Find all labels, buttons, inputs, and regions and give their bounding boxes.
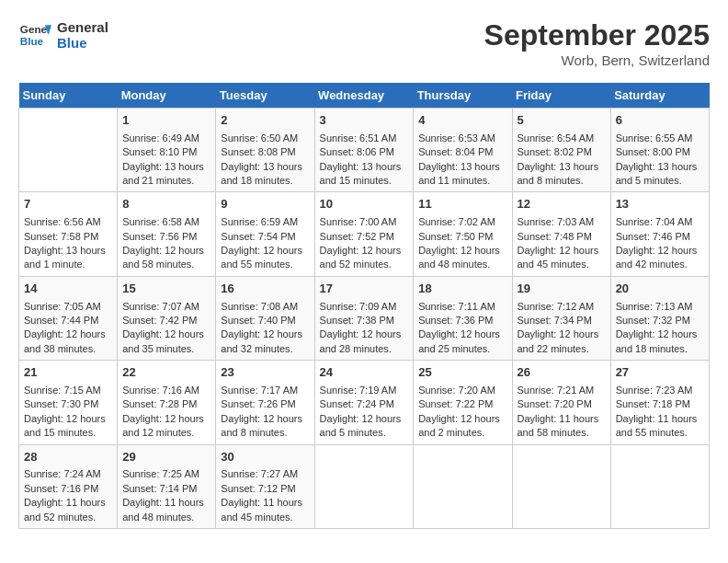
calendar-cell: 29Sunrise: 7:25 AMSunset: 7:14 PMDayligh… xyxy=(118,444,216,528)
calendar-cell: 11Sunrise: 7:02 AMSunset: 7:50 PMDayligh… xyxy=(414,192,512,276)
day-info: Sunrise: 7:25 AMSunset: 7:14 PMDaylight:… xyxy=(122,467,210,524)
calendar-cell xyxy=(314,444,414,528)
day-info: Sunrise: 6:59 AMSunset: 7:54 PMDaylight:… xyxy=(221,215,309,272)
location-subtitle: Worb, Bern, Switzerland xyxy=(484,52,710,68)
calendar-cell: 24Sunrise: 7:19 AMSunset: 7:24 PMDayligh… xyxy=(314,361,414,444)
day-number: 10 xyxy=(320,196,409,213)
day-info: Sunrise: 7:21 AMSunset: 7:20 PMDaylight:… xyxy=(518,384,606,441)
calendar-cell: 10Sunrise: 7:00 AMSunset: 7:52 PMDayligh… xyxy=(314,192,414,276)
page-header: General Blue General Blue September 2025… xyxy=(18,18,710,68)
day-number: 4 xyxy=(418,112,506,130)
calendar-cell: 6Sunrise: 6:55 AMSunset: 8:00 PMDaylight… xyxy=(610,109,709,192)
calendar-cell: 30Sunrise: 7:27 AMSunset: 7:12 PMDayligh… xyxy=(216,444,314,528)
calendar-cell: 19Sunrise: 7:12 AMSunset: 7:34 PMDayligh… xyxy=(512,276,610,360)
day-number: 20 xyxy=(616,281,704,298)
day-number: 28 xyxy=(24,449,112,466)
day-number: 9 xyxy=(221,196,309,213)
calendar-cell: 16Sunrise: 7:08 AMSunset: 7:40 PMDayligh… xyxy=(216,276,314,360)
day-number: 15 xyxy=(122,281,210,298)
calendar-cell: 23Sunrise: 7:17 AMSunset: 7:26 PMDayligh… xyxy=(216,361,314,444)
title-block: September 2025 Worb, Bern, Switzerland xyxy=(484,18,710,68)
day-number: 11 xyxy=(418,196,506,213)
calendar-cell: 3Sunrise: 6:51 AMSunset: 8:06 PMDaylight… xyxy=(314,109,414,192)
calendar-cell: 17Sunrise: 7:09 AMSunset: 7:38 PMDayligh… xyxy=(314,276,414,360)
day-info: Sunrise: 7:05 AMSunset: 7:44 PMDaylight:… xyxy=(24,300,112,357)
calendar-week-row: 1Sunrise: 6:49 AMSunset: 8:10 PMDaylight… xyxy=(19,109,710,192)
day-info: Sunrise: 6:49 AMSunset: 8:10 PMDaylight:… xyxy=(122,132,210,189)
day-info: Sunrise: 7:02 AMSunset: 7:50 PMDaylight:… xyxy=(418,215,506,272)
day-info: Sunrise: 6:55 AMSunset: 8:00 PMDaylight:… xyxy=(616,132,704,189)
calendar-cell: 4Sunrise: 6:53 AMSunset: 8:04 PMDaylight… xyxy=(414,109,512,192)
day-number: 3 xyxy=(320,112,409,130)
day-number: 29 xyxy=(122,449,210,466)
day-info: Sunrise: 7:09 AMSunset: 7:38 PMDaylight:… xyxy=(320,300,409,357)
day-number: 16 xyxy=(221,281,309,298)
day-info: Sunrise: 7:23 AMSunset: 7:18 PMDaylight:… xyxy=(616,384,704,441)
calendar-cell: 2Sunrise: 6:50 AMSunset: 8:08 PMDaylight… xyxy=(216,109,314,192)
logo-blue: Blue xyxy=(57,35,108,51)
day-number: 17 xyxy=(320,281,409,298)
calendar-week-row: 14Sunrise: 7:05 AMSunset: 7:44 PMDayligh… xyxy=(19,276,710,360)
day-info: Sunrise: 6:58 AMSunset: 7:56 PMDaylight:… xyxy=(122,215,210,272)
weekday-header-cell: Wednesday xyxy=(314,83,414,109)
day-number: 27 xyxy=(616,364,704,382)
calendar-cell xyxy=(610,444,709,528)
svg-text:Blue: Blue xyxy=(20,35,44,47)
day-number: 26 xyxy=(518,364,606,382)
day-number: 18 xyxy=(418,281,506,298)
calendar-body: 1Sunrise: 6:49 AMSunset: 8:10 PMDaylight… xyxy=(19,109,710,529)
day-number: 2 xyxy=(221,112,309,130)
calendar-cell xyxy=(512,444,610,528)
calendar-cell: 8Sunrise: 6:58 AMSunset: 7:56 PMDaylight… xyxy=(118,192,216,276)
calendar-cell: 1Sunrise: 6:49 AMSunset: 8:10 PMDaylight… xyxy=(118,109,216,192)
day-info: Sunrise: 7:12 AMSunset: 7:34 PMDaylight:… xyxy=(518,300,606,357)
day-number: 5 xyxy=(518,112,606,130)
calendar-table: SundayMondayTuesdayWednesdayThursdayFrid… xyxy=(18,83,710,529)
calendar-cell: 18Sunrise: 7:11 AMSunset: 7:36 PMDayligh… xyxy=(414,276,512,360)
day-info: Sunrise: 7:16 AMSunset: 7:28 PMDaylight:… xyxy=(122,384,210,441)
day-number: 13 xyxy=(616,196,704,213)
logo: General Blue General Blue xyxy=(18,18,108,52)
day-info: Sunrise: 6:54 AMSunset: 8:02 PMDaylight:… xyxy=(518,132,606,189)
weekday-header-cell: Saturday xyxy=(610,83,709,109)
day-info: Sunrise: 7:11 AMSunset: 7:36 PMDaylight:… xyxy=(418,300,506,357)
day-number: 14 xyxy=(24,281,112,298)
day-info: Sunrise: 7:00 AMSunset: 7:52 PMDaylight:… xyxy=(320,215,409,272)
calendar-cell: 5Sunrise: 6:54 AMSunset: 8:02 PMDaylight… xyxy=(512,109,610,192)
day-info: Sunrise: 6:50 AMSunset: 8:08 PMDaylight:… xyxy=(221,132,309,189)
month-title: September 2025 xyxy=(484,18,710,52)
calendar-cell: 28Sunrise: 7:24 AMSunset: 7:16 PMDayligh… xyxy=(19,444,118,528)
calendar-cell: 20Sunrise: 7:13 AMSunset: 7:32 PMDayligh… xyxy=(610,276,709,360)
day-number: 8 xyxy=(122,196,210,213)
day-info: Sunrise: 6:53 AMSunset: 8:04 PMDaylight:… xyxy=(418,132,506,189)
day-info: Sunrise: 7:27 AMSunset: 7:12 PMDaylight:… xyxy=(221,467,309,524)
day-info: Sunrise: 7:03 AMSunset: 7:48 PMDaylight:… xyxy=(518,215,606,272)
calendar-week-row: 28Sunrise: 7:24 AMSunset: 7:16 PMDayligh… xyxy=(19,444,710,528)
logo-icon: General Blue xyxy=(18,18,51,52)
calendar-cell: 27Sunrise: 7:23 AMSunset: 7:18 PMDayligh… xyxy=(610,361,709,444)
day-number: 23 xyxy=(221,364,309,382)
calendar-cell: 13Sunrise: 7:04 AMSunset: 7:46 PMDayligh… xyxy=(610,192,709,276)
calendar-cell: 25Sunrise: 7:20 AMSunset: 7:22 PMDayligh… xyxy=(414,361,512,444)
day-info: Sunrise: 7:24 AMSunset: 7:16 PMDaylight:… xyxy=(24,467,112,524)
day-number: 30 xyxy=(221,449,309,466)
weekday-header-cell: Sunday xyxy=(19,83,118,109)
calendar-cell: 9Sunrise: 6:59 AMSunset: 7:54 PMDaylight… xyxy=(216,192,314,276)
day-info: Sunrise: 7:13 AMSunset: 7:32 PMDaylight:… xyxy=(616,300,704,357)
logo-general: General xyxy=(57,19,108,35)
day-number: 19 xyxy=(518,281,606,298)
day-number: 1 xyxy=(122,112,210,130)
day-info: Sunrise: 6:56 AMSunset: 7:58 PMDaylight:… xyxy=(24,215,112,272)
day-number: 22 xyxy=(122,364,210,382)
day-info: Sunrise: 7:07 AMSunset: 7:42 PMDaylight:… xyxy=(122,300,210,357)
weekday-header-cell: Tuesday xyxy=(216,83,314,109)
day-info: Sunrise: 7:20 AMSunset: 7:22 PMDaylight:… xyxy=(418,384,506,441)
day-number: 24 xyxy=(320,364,409,382)
day-info: Sunrise: 7:04 AMSunset: 7:46 PMDaylight:… xyxy=(616,215,704,272)
weekday-header-cell: Thursday xyxy=(414,83,512,109)
calendar-week-row: 7Sunrise: 6:56 AMSunset: 7:58 PMDaylight… xyxy=(19,192,710,276)
weekday-header-cell: Friday xyxy=(512,83,610,109)
day-info: Sunrise: 7:15 AMSunset: 7:30 PMDaylight:… xyxy=(24,384,112,441)
calendar-cell xyxy=(19,109,118,192)
calendar-cell: 26Sunrise: 7:21 AMSunset: 7:20 PMDayligh… xyxy=(512,361,610,444)
